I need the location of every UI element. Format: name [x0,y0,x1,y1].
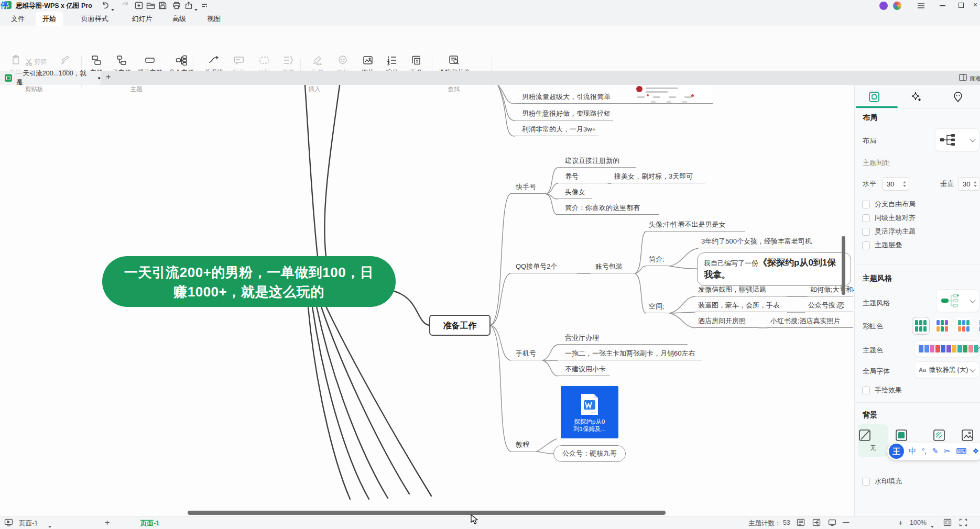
outline-view-icon[interactable] [797,519,805,526]
redo-icon[interactable] [121,2,130,10]
menu-view[interactable]: 视图 [200,12,227,26]
checkbox-topic-overlap[interactable]: 主题层叠 [862,240,902,250]
mindmap-node[interactable]: 空间; [646,302,670,313]
print-icon[interactable] [172,2,182,10]
cut-button[interactable]: 剪切 [25,58,47,67]
checkbox-watermark-fill[interactable]: 水印填充 [862,477,902,486]
menu-page-style[interactable]: 页面样式 [74,12,115,26]
save-icon[interactable] [159,2,168,10]
zoom-level[interactable]: 100% [910,519,927,526]
ime-logo-icon[interactable]: 王 [889,444,904,459]
horizontal-scrollbar[interactable] [188,511,666,515]
mindmap-root-node[interactable]: 一天引流200+的男粉，一单做到100，日赚1000+，就是这么玩的 [102,256,396,307]
minimize-button[interactable] [940,5,945,6]
menu-advanced[interactable]: 高级 [166,12,193,26]
page-tab-active[interactable]: 页面-1 [140,519,159,528]
mindmap-node[interactable]: 利润非常的大，一月3w+ [515,125,598,136]
global-font-dropdown[interactable]: Aa 微软雅黑 (大) [914,361,979,378]
tab-ai-assistant[interactable] [898,88,934,106]
close-button[interactable]: × [973,1,977,8]
horizontal-spacing-stepper[interactable]: 30 [882,177,909,191]
ime-key[interactable]: ✂ [944,447,950,456]
checkbox-flexible-floating[interactable]: 灵活浮动主题 [862,227,916,236]
new-tab-button[interactable]: + [106,72,111,82]
bg-solid-tile[interactable] [895,428,908,442]
checkbox-sibling-align[interactable]: 同级主题对齐 [862,213,916,223]
mindmap-node[interactable]: 简介：你喜欢的这里都有 [558,203,659,215]
rainbow-swatch[interactable] [956,318,971,333]
vertical-spacing-stepper[interactable]: 30 [958,177,980,191]
page-selector-caret-icon[interactable] [48,522,51,529]
mindmap-node[interactable]: 男粉流量超级大，引流很简单 [515,92,713,104]
vertical-scrollbar[interactable] [842,236,845,295]
mindmap-node[interactable]: 养号 [558,172,608,183]
fit-screen-icon[interactable] [943,519,952,526]
theme-color-icon[interactable] [893,2,901,10]
theme-color-dropdown[interactable] [914,340,979,357]
mindmap-node[interactable]: 公众号搜:恋 [805,301,853,312]
zoom-caret-icon[interactable] [931,522,934,529]
attached-word-file[interactable]: 探探约p从0 到1保姆及... [561,386,618,438]
mindmap-node-detail[interactable]: 我自己编写了一份《探探约p从0到1保 我拿。 [697,252,851,286]
hamburger-menu-icon[interactable] [917,2,925,9]
page-selector[interactable]: 页面-1 [19,519,38,528]
document-tab[interactable]: 一天引流200...1000，就是 ● [0,71,101,85]
ime-key[interactable]: ✎ [932,447,939,456]
mindmap-node[interactable]: 账号包装 [590,262,635,273]
user-avatar[interactable] [879,2,888,10]
share-icon[interactable] [184,2,194,10]
mindmap-node[interactable]: 手机号 [510,349,543,360]
mindmap-node[interactable]: 快手号 [510,182,546,194]
menu-home[interactable]: 开始 [36,12,63,26]
theme-style-dropdown[interactable] [936,289,979,312]
checkbox-sketch-effect[interactable]: 手绘效果 [862,385,902,395]
bg-none-tile[interactable]: 无 [858,424,888,457]
mindmap-node[interactable]: 头像;中性看不出是男是女 [646,220,745,232]
new-file-icon[interactable] [135,2,144,10]
mindmap-node[interactable]: 营业厅办理 [558,333,688,345]
ime-key[interactable]: °‚ [922,447,927,456]
mindmap-node[interactable]: 小红书搜;酒店真实照片 [767,316,853,328]
add-page-button[interactable]: + [105,518,110,527]
ime-toolbar[interactable]: 王 中°‚✎✂⌨❖⚙ [887,443,980,460]
mindmap-node-prep[interactable]: 准备工作 [429,315,491,336]
zoom-in-button[interactable]: + [898,518,903,527]
maximize-button[interactable] [959,3,964,8]
mindmap-node[interactable]: 如何做;大号和小 [807,285,853,296]
mindmap-node-gongzhonghao[interactable]: 公众号：硬核九哥 [553,445,626,462]
recording-stop-badge[interactable]: 停 [1,1,8,10]
open-file-icon[interactable] [146,2,156,10]
mindmap-node[interactable]: 装逼图，豪车，会所，手表 [695,301,787,312]
mindmap-node[interactable]: 不建议用小卡 [558,365,610,376]
mindmap-node[interactable]: 3年约了500个女孩，经验丰富老司机 [698,237,818,248]
fullscreen-icon[interactable] [959,519,967,526]
split-view-icon[interactable] [959,74,967,81]
mindmap-node[interactable]: 简介; [646,255,670,266]
layout-dropdown[interactable] [935,128,979,151]
rainbow-swatch[interactable] [913,318,928,333]
bg-image-tile[interactable] [961,428,974,442]
ime-key[interactable]: 中 [909,447,916,456]
mindmap-node[interactable]: 建议直接注册新的 [558,156,636,168]
menu-file[interactable]: 文件 [4,12,31,26]
menu-slides[interactable]: 幻灯片 [126,12,158,26]
mindmap-node[interactable]: 教程 [510,440,537,451]
ime-key[interactable]: ⌨ [956,447,966,456]
slideshow-icon[interactable] [4,519,13,526]
presentation-view-icon[interactable] [828,519,836,526]
mindmap-node[interactable]: 搜美女，刷对标，3天即可 [611,172,705,183]
tab-layout-panel[interactable] [856,88,892,106]
ime-key[interactable]: ❖ [972,447,979,456]
mindmap-node[interactable]: 发微信截图，聊骚话题 [695,285,787,296]
mindmap-node[interactable]: 酒店房间开房照 [695,316,759,328]
rainbow-swatch[interactable] [978,318,980,333]
mindmap-node[interactable]: QQ接单号2个 [510,262,578,273]
tab-icon-mark[interactable] [940,88,976,106]
undo-icon[interactable] [101,2,111,10]
bg-pattern-tile[interactable] [932,428,946,442]
mindmap-node[interactable]: 头像女 [558,188,592,199]
mindmap-node[interactable]: 男粉生意很好做，变现路径短 [515,109,613,120]
map-view-icon[interactable] [812,519,821,526]
checkbox-free-branch-layout[interactable]: 分支自由布局 [862,200,916,209]
more-toolbar-icon[interactable] [201,2,210,10]
